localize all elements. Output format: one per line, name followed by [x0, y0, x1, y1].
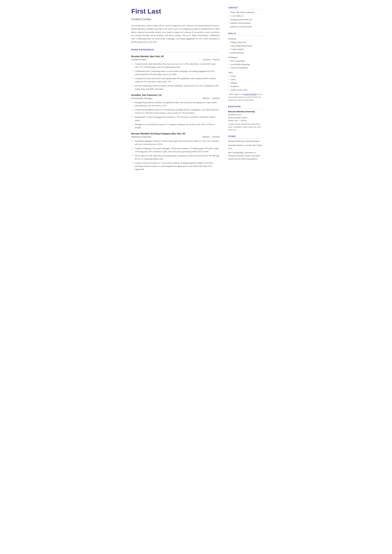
skills-section: SKILLS Technical: Editing (Advanced) Cop… [228, 32, 263, 102]
job-2-dates: 05/2017 – 10/2019 [203, 97, 220, 100]
job-2-bullet-2: Created and published content on Growths… [132, 108, 220, 114]
job-3-bullets: Developed engaging content for website h… [132, 140, 220, 171]
right-column: CONTACT Maine, ME (Open to Remote) +1-55… [224, 0, 267, 178]
other-item-3: Best Cooking Blog, Association of Altern… [228, 151, 263, 161]
other-content: Inbound Marketing Certified (Hubspot). H… [228, 140, 263, 161]
job-3-bullet-2: Authored intriguing 2.5K email campaigns… [132, 147, 220, 153]
other-heading: OTHER [228, 135, 263, 139]
contact-section: CONTACT Maine, ME (Open to Remote) +1-55… [228, 6, 263, 28]
job-1-bullet-3: Conducted 2K keyword research and implem… [132, 77, 220, 83]
edu-degree: Bachelor of Arts [228, 113, 263, 116]
contact-email: email@resumeworded.com [228, 18, 263, 21]
job-3-company: Resume Worded's Exciting Company, New Yo… [131, 132, 220, 135]
skill-adobe: Adobe Creative Suite [228, 88, 263, 91]
candidate-title: Content Creator [131, 17, 220, 21]
other-item-1: Inbound Marketing Certified (Hubspot). [228, 140, 263, 143]
resume-worded-link[interactable]: Resume Worded [244, 93, 256, 95]
job-3-dates: 08/2012 – 01/2015 [203, 135, 220, 139]
resume-page: First Last Content Creator Life-of-the-p… [125, 0, 267, 178]
edu-awards: Awards: Resume Worded Teaching Fellow (o… [228, 123, 263, 131]
job-1-bullet-4: Increased marketing content inventory (e… [132, 84, 220, 91]
contact-linkedin: linkedin.com/in/username [228, 22, 263, 25]
job-2-role: Social Media Manager [131, 97, 153, 100]
job-3-bullet-4: Created content and copies for 7 social … [132, 161, 220, 171]
job-3-role: Marketing Copywriter [131, 135, 152, 139]
job-1-title-row: Content Creator 07/2019 – Present [131, 58, 220, 61]
technical-label: Technical: [228, 37, 263, 40]
contact-phone: +1-555-008-213 [228, 14, 263, 18]
candidate-name: First Last [131, 6, 220, 16]
skill-asana: Asana [228, 78, 263, 81]
skill-google-analytics: Google Analytics [228, 48, 263, 51]
job-2-bullet-4: Managed 12 social media accounts for 7 c… [132, 123, 220, 129]
job-3: Resume Worded's Exciting Company, New Yo… [131, 132, 220, 171]
left-column: First Last Content Creator Life-of-the-p… [125, 0, 224, 178]
job-2: Growthsi, San Francisco, CA Social Media… [131, 93, 220, 129]
skill-content-dev: Content Development [228, 66, 263, 69]
job-1-bullets: Created weekly email newsletters that we… [132, 62, 220, 91]
skill-seo: SEO Copywriting [228, 60, 263, 63]
tools-skills-list: Cision Asana Hubspot WordPress Adobe Cre… [228, 75, 263, 91]
techniques-skills-list: SEO Copywriting Social Media Marketing C… [228, 60, 263, 69]
job-2-company: Growthsi, San Francisco, CA [131, 93, 220, 97]
education-section: EDUCATION Resume Worded University Bache… [228, 105, 263, 131]
skill-wordpress: WordPress [228, 85, 263, 88]
job-2-title-row: Social Media Manager 05/2017 – 10/2019 [131, 97, 220, 100]
job-1-role: Content Creator [131, 58, 147, 61]
contact-location: Maine, ME (Open to Remote) [228, 11, 263, 14]
technical-skills-list: Editing (Advanced) Copywriting (Experien… [228, 41, 263, 54]
skill-email-marketing: Email Marketing [228, 51, 263, 54]
job-1-dates: 07/2019 – Present [203, 58, 220, 61]
work-experience-heading: WORK EXPERIENCE [131, 48, 220, 52]
skill-social-media: Social Media Marketing [228, 63, 263, 66]
job-1-bullet-1: Created weekly email newsletters that we… [132, 62, 220, 69]
contact-list: Maine, ME (Open to Remote) +1-555-008-21… [228, 11, 263, 28]
skill-copywriting: Copywriting (Experienced) [228, 44, 263, 47]
edu-location: Boston, MA — 05/2011 [228, 119, 263, 122]
contact-heading: CONTACT [228, 6, 263, 10]
job-2-bullet-3: Spearheaded 13 email campaigns that resu… [132, 115, 220, 122]
tools-label: Tools: [228, 71, 263, 74]
contact-github: github.com/resumeworded [228, 25, 263, 28]
job-2-bullets: Managed blog editorial calendar, concept… [132, 101, 220, 129]
edu-school: Resume Worded University [228, 110, 263, 113]
job-1-bullet-2: Collaborated with 5 marketing teams on s… [132, 70, 220, 76]
techniques-label: Techniques: [228, 56, 263, 59]
edu-field: Film and Media Studies [228, 116, 263, 119]
job-3-title-row: Marketing Copywriter 08/2012 – 01/2015 [131, 135, 220, 139]
other-item-2: Honorable Mention, Growthsi 'Best Writer… [228, 144, 263, 150]
tip-box: • Don't forget to use Resume Worded to s… [228, 93, 263, 101]
education-heading: EDUCATION [228, 105, 263, 109]
summary-text: Life-of-the-party content creator with 8… [131, 24, 220, 44]
other-section: OTHER Inbound Marketing Certified (Hubsp… [228, 135, 263, 161]
job-2-bullet-1: Managed blog editorial calendar, concept… [132, 101, 220, 107]
work-experience-section: WORK EXPERIENCE Resume Worded, New York,… [131, 48, 220, 171]
job-1: Resume Worded, New York, NY Content Crea… [131, 55, 220, 91]
job-3-bullet-1: Developed engaging content for website h… [132, 140, 220, 146]
job-3-bullet-3: Wrote copies for 10K SMS blast increasin… [132, 154, 220, 161]
job-1-company: Resume Worded, New York, NY [131, 55, 220, 58]
skills-heading: SKILLS [228, 32, 263, 36]
skill-hubspot: Hubspot [228, 82, 263, 84]
skill-cision: Cision [228, 75, 263, 78]
skill-editing: Editing (Advanced) [228, 41, 263, 44]
